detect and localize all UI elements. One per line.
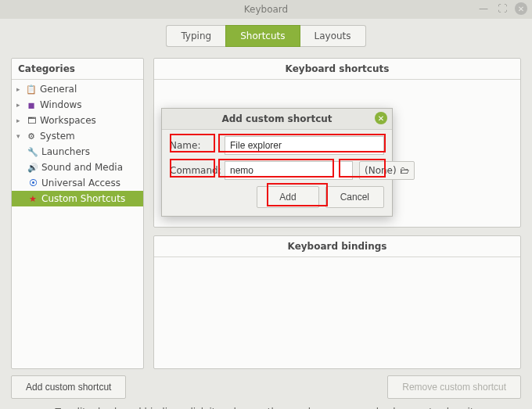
chevron-right-icon[interactable]: ▸ <box>16 101 23 109</box>
category-label: Custom Shortcuts <box>41 193 125 204</box>
remove-custom-shortcut-button: Remove custom shortcut <box>387 375 521 399</box>
keyboard-bindings-panel: Keyboard bindings <box>153 235 521 369</box>
star-icon: ★ <box>27 193 38 204</box>
category-launchers[interactable]: 🔧 Launchers <box>12 144 143 160</box>
dialog-title: Add custom shortcut ✕ <box>162 109 392 130</box>
dialog-cancel-button[interactable]: Cancel <box>325 186 384 208</box>
launchers-icon: 🔧 <box>27 146 38 157</box>
category-label: Windows <box>40 99 82 110</box>
general-icon: 📋 <box>26 84 37 95</box>
category-label: Workspaces <box>40 115 96 126</box>
minimize-icon[interactable]: — <box>477 2 490 15</box>
add-custom-shortcut-dialog: Add custom shortcut ✕ Name: Command: (No… <box>161 108 393 217</box>
file-chooser-button[interactable]: (None) 🗁 <box>359 161 415 180</box>
chevron-right-icon[interactable]: ▸ <box>16 117 23 124</box>
keyboard-shortcuts-header: Keyboard shortcuts <box>154 59 520 80</box>
titlebar: Keyboard — ⛶ ✕ <box>0 0 532 19</box>
category-workspaces[interactable]: ▸ 🗔 Workspaces <box>12 113 143 128</box>
windows-icon: ◼ <box>26 99 37 110</box>
hint-footer: To edit a keyboard binding, click it and… <box>0 399 532 409</box>
accessibility-icon: ⦿ <box>27 178 38 188</box>
category-general[interactable]: ▸ 📋 General <box>12 81 143 97</box>
categories-tree: ▸ 📋 General ▸ ◼ Windows ▸ 🗔 Workspaces ▾… <box>12 80 143 208</box>
dialog-close-icon[interactable]: ✕ <box>375 112 387 124</box>
dialog-title-text: Add custom shortcut <box>221 113 332 124</box>
window-title: Keyboard <box>244 4 288 15</box>
category-windows[interactable]: ▸ ◼ Windows <box>12 97 143 113</box>
maximize-icon[interactable]: ⛶ <box>496 2 509 15</box>
system-icon: ⚙ <box>26 131 37 142</box>
categories-panel: Categories ▸ 📋 General ▸ ◼ Windows ▸ 🗔 W… <box>11 58 144 369</box>
folder-open-icon: 🗁 <box>400 165 409 176</box>
name-input[interactable] <box>225 136 384 155</box>
categories-header: Categories <box>12 59 143 80</box>
category-label: System <box>40 131 75 142</box>
tab-typing[interactable]: Typing <box>166 25 225 47</box>
category-custom-shortcuts[interactable]: ★ Custom Shortcuts <box>12 191 143 206</box>
category-label: Sound and Media <box>41 162 123 173</box>
view-tabs: Typing Shortcuts Layouts <box>0 19 532 58</box>
workspaces-icon: 🗔 <box>26 115 37 126</box>
category-label: General <box>40 84 77 95</box>
tab-layouts[interactable]: Layouts <box>300 25 366 47</box>
dialog-add-button[interactable]: Add <box>257 186 318 208</box>
category-label: Launchers <box>41 146 90 157</box>
name-label: Name: <box>170 140 218 151</box>
keyboard-bindings-header: Keyboard bindings <box>154 236 520 257</box>
command-input[interactable] <box>225 161 353 180</box>
category-system[interactable]: ▾ ⚙ System <box>12 128 143 144</box>
category-label: Universal Access <box>41 178 120 188</box>
category-sound-media[interactable]: 🔊 Sound and Media <box>12 160 143 175</box>
add-custom-shortcut-button[interactable]: Add custom shortcut <box>11 375 126 399</box>
file-chooser-label: (None) <box>365 165 397 176</box>
sound-icon: 🔊 <box>27 162 38 173</box>
chevron-down-icon[interactable]: ▾ <box>16 132 23 140</box>
command-label: Command: <box>170 165 218 176</box>
close-icon[interactable]: ✕ <box>515 2 527 15</box>
category-universal-access[interactable]: ⦿ Universal Access <box>12 175 143 191</box>
tab-shortcuts[interactable]: Shortcuts <box>225 25 300 47</box>
chevron-right-icon[interactable]: ▸ <box>16 85 23 93</box>
